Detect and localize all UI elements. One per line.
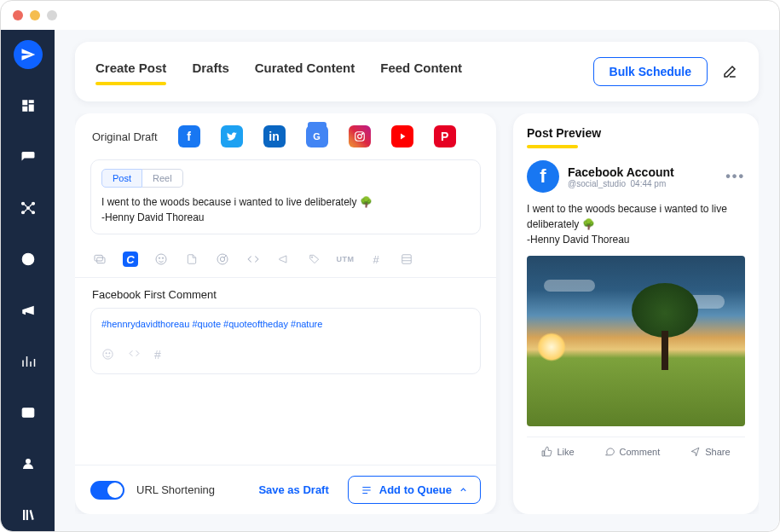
svg-point-8 [357, 135, 361, 139]
code-icon[interactable] [246, 252, 261, 267]
chevron-up-icon [459, 485, 468, 494]
utm-icon[interactable]: UTM [338, 252, 353, 267]
first-comment-text[interactable]: #hennrydavidthoreau #quote #quoteoftheda… [101, 319, 470, 329]
post-text[interactable]: I went to the woods because i wanted to … [101, 194, 470, 225]
svg-point-0 [26, 207, 29, 210]
bulk-schedule-button[interactable]: Bulk Schedule [593, 57, 708, 86]
editor-card: Original Draft f in G P [75, 113, 496, 514]
post-type-reel[interactable]: Reel [142, 169, 183, 188]
fc-hashtag-icon[interactable]: # [154, 348, 161, 363]
queue-icon [361, 484, 373, 496]
sidebar-item-messages[interactable] [14, 142, 43, 171]
preview-image [527, 256, 745, 426]
url-shortening-toggle[interactable] [90, 481, 124, 500]
media-icon[interactable] [92, 252, 107, 267]
instagram-icon[interactable] [349, 125, 371, 147]
linkedin-icon[interactable]: in [263, 125, 286, 147]
hashtag-icon[interactable]: # [368, 252, 384, 267]
top-card: Create Post Drafts Curated Content Feed … [75, 42, 759, 101]
svg-rect-18 [402, 255, 412, 264]
facebook-logo-icon: f [527, 160, 559, 193]
sidebar-item-discover[interactable] [14, 245, 43, 274]
original-draft-label: Original Draft [92, 130, 158, 143]
svg-point-13 [159, 257, 159, 258]
tab-create-post[interactable]: Create Post [95, 61, 166, 84]
preview-text: I went to the woods because i wanted to … [527, 201, 745, 247]
twitter-icon[interactable] [221, 125, 243, 147]
add-to-queue-button[interactable]: Add to Queue [348, 476, 481, 504]
preview-time: 04:44 pm [631, 179, 667, 188]
sidebar-item-team[interactable] [14, 449, 43, 478]
svg-point-20 [106, 353, 107, 354]
sidebar-item-campaigns[interactable] [14, 296, 43, 325]
svg-point-14 [162, 257, 163, 258]
tab-feed[interactable]: Feed Content [380, 61, 462, 84]
svg-rect-10 [95, 255, 102, 261]
tab-drafts[interactable]: Drafts [192, 61, 228, 84]
preview-more-icon[interactable]: ••• [725, 169, 745, 184]
svg-rect-11 [97, 257, 105, 263]
preview-account-name: Facebook Account [568, 165, 674, 179]
svg-point-12 [156, 254, 166, 264]
sidebar-item-inbox[interactable] [14, 398, 43, 427]
sidebar-item-network[interactable] [14, 194, 43, 223]
canva-icon[interactable]: C [123, 252, 138, 267]
sidebar-item-dashboard[interactable] [14, 91, 43, 120]
svg-point-19 [103, 350, 113, 359]
preview-handle: @social_studio [568, 179, 626, 188]
svg-point-2 [32, 202, 34, 205]
window-maximize-dot[interactable] [47, 10, 57, 20]
first-comment-box[interactable]: #hennrydavidthoreau #quote #quoteoftheda… [90, 308, 481, 374]
window-minimize-dot[interactable] [30, 10, 40, 20]
sidebar-item-compose[interactable] [14, 40, 43, 69]
post-composer[interactable]: Post Reel I went to the woods because i … [90, 159, 481, 234]
like-button[interactable]: Like [541, 446, 574, 457]
preview-title: Post Preview [527, 126, 601, 147]
editor-toolbar: C UTM # [75, 245, 496, 277]
svg-point-3 [21, 211, 24, 214]
comment-button[interactable]: Comment [604, 446, 661, 457]
youtube-icon[interactable] [391, 125, 413, 147]
sidebar [1, 30, 55, 531]
first-comment-label: Facebook First Comment [75, 278, 496, 308]
pinterest-icon[interactable]: P [434, 125, 456, 147]
facebook-icon[interactable]: f [178, 125, 200, 147]
preview-card: Post Preview f Facebook Account @social_… [513, 113, 759, 514]
url-shortening-label: URL Shortening [136, 483, 246, 496]
target-icon[interactable] [215, 252, 230, 267]
tag-icon[interactable] [307, 252, 322, 267]
megaphone-icon[interactable] [276, 252, 292, 267]
fc-code-icon[interactable] [128, 348, 141, 363]
svg-point-17 [312, 257, 313, 257]
sidebar-item-library[interactable] [14, 500, 43, 529]
save-as-draft-button[interactable]: Save as Draft [258, 483, 328, 496]
svg-point-1 [21, 202, 24, 205]
svg-point-4 [32, 211, 34, 214]
sidebar-item-analytics[interactable] [14, 347, 43, 376]
svg-point-21 [109, 353, 110, 354]
window-close-dot[interactable] [13, 10, 23, 20]
svg-point-9 [361, 133, 362, 134]
fc-emoji-icon[interactable] [101, 348, 114, 363]
gmb-icon[interactable]: G [306, 125, 328, 147]
template-icon[interactable] [399, 252, 414, 267]
post-type-post[interactable]: Post [101, 169, 142, 188]
window-titlebar [1, 1, 779, 30]
share-button[interactable]: Share [690, 446, 730, 457]
emoji-icon[interactable] [153, 252, 169, 267]
compose-icon[interactable] [721, 63, 738, 80]
tab-curated[interactable]: Curated Content [255, 61, 355, 84]
document-icon[interactable] [184, 252, 199, 267]
